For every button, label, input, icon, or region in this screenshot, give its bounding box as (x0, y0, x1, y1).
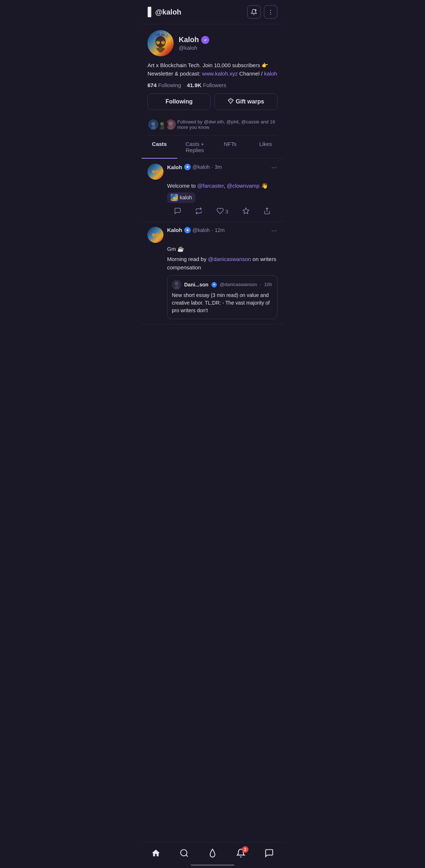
ellipsis-icon: ⋮ (268, 9, 274, 16)
profile-avatar[interactable] (147, 30, 174, 56)
cast-meta: Kaloh ★ @kaloh · 3m (167, 164, 267, 170)
svg-point-29 (157, 171, 158, 173)
quoted-cast[interactable]: Dani...son ★ @danicaswanson · 10h New sh… (167, 275, 278, 319)
tab-likes-label: Likes (259, 141, 272, 147)
bio-link[interactable]: www.kaloh.xyz (202, 70, 238, 77)
cast-body: Welcome to @farcaster, @clownvamp 👋 K ka… (147, 182, 278, 204)
like-icon (216, 207, 224, 216)
quoted-time: 10h (264, 281, 272, 288)
bio-channel-link[interactable]: kaloh (264, 70, 277, 77)
bio-channel-text: Channel / (238, 70, 262, 77)
cast-dot-2: · (211, 227, 213, 233)
profile-section: Kaloh @kaloh Art x Blockchain Tech. Join… (142, 24, 283, 136)
cast-author-name: Kaloh (167, 164, 182, 170)
following-count: 674 (147, 82, 157, 88)
cast-author-handle: @kaloh (193, 164, 210, 170)
cast-mention-danica[interactable]: @danicaswanson (208, 256, 251, 262)
display-name-text: Kaloh (179, 36, 199, 44)
cast-tag[interactable]: K kaloh (167, 192, 195, 203)
nav-search[interactable] (174, 847, 195, 859)
tab-nfts[interactable]: NFTs (212, 136, 248, 158)
svg-point-8 (162, 41, 164, 44)
profile-name-block: Kaloh @kaloh (179, 36, 209, 51)
like-button[interactable]: 3 (216, 207, 228, 216)
cast-body-mid: , (224, 183, 227, 189)
quoted-cast-header: Dani...son ★ @danicaswanson · 10h (172, 280, 273, 289)
cast-author-badge-2: ★ (184, 227, 191, 233)
share-button[interactable] (263, 207, 271, 216)
cast-item-2: Kaloh ★ @kaloh · 12m ··· Gm ☕ Morning re… (142, 222, 283, 325)
cast-time: 3m (215, 164, 222, 170)
svg-text:K: K (173, 196, 175, 200)
svg-point-38 (157, 234, 158, 236)
cast-more-button[interactable]: ··· (271, 164, 278, 171)
tab-casts-replies[interactable]: Casts + Replies (177, 136, 213, 158)
tab-casts-replies-label: Casts + Replies (186, 141, 204, 153)
tip-icon (242, 207, 250, 216)
followers-count: 41.9K (187, 82, 202, 88)
followers-stat[interactable]: 41.9K Followers (187, 82, 226, 88)
tab-casts-label: Casts (152, 141, 167, 147)
svg-point-37 (153, 234, 155, 236)
avatar-image (147, 30, 174, 56)
cast-header: Kaloh ★ @kaloh · 3m ··· (147, 164, 278, 180)
cast-body-line2: Morning read by @danicaswanson on writer… (167, 255, 278, 272)
quoted-author-name: Dani...son (184, 281, 209, 289)
tab-casts[interactable]: Casts (142, 136, 177, 158)
followers-label: Followers (203, 82, 226, 88)
svg-line-43 (186, 855, 188, 857)
recast-button[interactable] (195, 207, 202, 216)
svg-point-42 (181, 849, 187, 856)
svg-point-17 (151, 122, 155, 126)
followed-by-section: Followed by @dwr.eth, @phil, @cassie and… (147, 115, 278, 136)
profile-tabs: Casts Casts + Replies NFTs Likes (142, 136, 283, 159)
notification-badge: 2 (242, 846, 248, 853)
cast-body-post: 👋 (259, 183, 268, 189)
svg-marker-32 (243, 208, 249, 213)
header-username: @kaloh (155, 8, 181, 16)
nav-notifications[interactable]: 2 (230, 847, 251, 859)
header: ‹ @kaloh + ⋮ (142, 0, 283, 24)
more-options-button[interactable]: ⋮ (264, 5, 278, 19)
svg-point-34 (147, 227, 163, 243)
cast-item: Kaloh ★ @kaloh · 3m ··· Welcome to @farc… (142, 159, 283, 222)
followed-by-avatars (147, 119, 174, 130)
recast-icon (195, 207, 202, 216)
follower-avatar-1 (147, 119, 159, 130)
reply-button[interactable] (174, 207, 181, 216)
followed-by-text: Followed by @dwr.eth, @phil, @cassie and… (177, 119, 278, 130)
quoted-dot: · (260, 281, 262, 288)
profile-handle: @kaloh (179, 45, 209, 51)
svg-point-23 (169, 121, 173, 126)
cast-mention-clownvamp[interactable]: @clownvamp (227, 183, 259, 189)
nav-home[interactable] (145, 847, 166, 859)
cast-body-2: Gm ☕ Morning read by @danicaswanson on w… (147, 245, 278, 319)
cast-mention-farcaster[interactable]: @farcaster (197, 183, 224, 189)
svg-point-7 (157, 41, 159, 44)
verified-badge (201, 36, 209, 44)
cast-body-pre2: Morning read by (167, 256, 208, 262)
notification-bell-button[interactable]: + (247, 5, 261, 19)
cast-tag-icon: K (171, 194, 178, 201)
cast-author-avatar-2[interactable] (147, 227, 163, 243)
gift-warps-button[interactable]: Gift warps (214, 93, 278, 110)
nav-trending[interactable] (202, 847, 223, 859)
cast-dot: · (211, 164, 213, 170)
quoted-author-avatar (172, 280, 181, 289)
svg-point-20 (160, 122, 164, 126)
cast-author-avatar[interactable] (147, 164, 163, 180)
cast-time-2: 12m (215, 227, 224, 233)
back-button[interactable]: ‹ (147, 7, 151, 17)
cast-tag-label: kaloh (180, 194, 192, 201)
profile-display-name: Kaloh (179, 36, 209, 44)
follow-button[interactable]: Following (147, 93, 211, 110)
following-stat[interactable]: 674 Following (147, 82, 181, 88)
tip-button[interactable] (242, 207, 250, 216)
share-icon (263, 207, 271, 216)
cast-header-2: Kaloh ★ @kaloh · 12m ··· (147, 227, 278, 243)
cast-author-name-2: Kaloh (167, 227, 182, 233)
tab-likes[interactable]: Likes (248, 136, 284, 158)
cast-actions: 3 (147, 204, 278, 216)
nav-messages[interactable] (259, 847, 280, 859)
cast-more-button-2[interactable]: ··· (271, 227, 278, 235)
